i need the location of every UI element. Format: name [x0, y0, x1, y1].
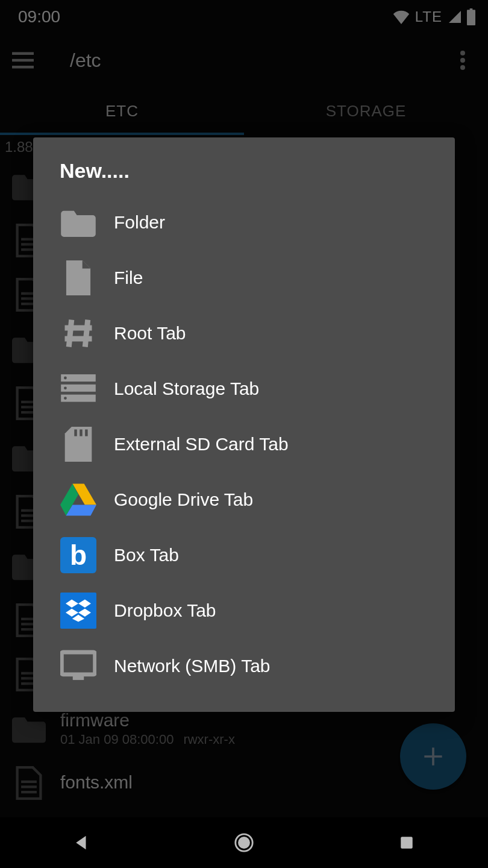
svg-rect-13	[73, 676, 84, 680]
dialog-item-label: Folder	[114, 212, 165, 233]
nav-recent-icon[interactable]	[389, 825, 425, 861]
dialog-item-label: Box Tab	[114, 545, 179, 565]
dialog-item-label: Network (SMB) Tab	[114, 656, 271, 676]
svg-point-6	[64, 377, 67, 380]
svg-point-8	[64, 397, 67, 400]
file-icon	[60, 259, 97, 297]
hash-icon	[60, 315, 97, 352]
svg-rect-9	[74, 429, 77, 436]
dialog-item-storage[interactable]: Local Storage Tab	[33, 361, 455, 417]
folder-icon	[60, 204, 97, 241]
dialog-item-gdrive[interactable]: Google Drive Tab	[33, 472, 455, 527]
dialog-item-sdcard[interactable]: External SD Card Tab	[33, 417, 455, 472]
svg-point-15	[238, 837, 250, 849]
svg-rect-11	[85, 429, 87, 436]
new-dialog: New..... FolderFileRoot TabLocal Storage…	[33, 137, 455, 712]
dialog-item-hash[interactable]: Root Tab	[33, 306, 455, 361]
svg-point-7	[64, 386, 67, 389]
dropbox-icon	[60, 592, 97, 629]
dialog-title: New.....	[33, 137, 455, 195]
box-icon: b	[60, 536, 97, 574]
dialog-item-label: Root Tab	[114, 323, 186, 344]
monitor-icon	[60, 647, 97, 685]
dialog-item-label: Local Storage Tab	[114, 379, 259, 399]
gdrive-icon	[60, 481, 97, 518]
dialog-item-label: Dropbox Tab	[114, 600, 216, 621]
svg-rect-12	[61, 652, 95, 675]
nav-back-icon[interactable]	[63, 825, 99, 861]
sdcard-icon	[60, 426, 97, 463]
nav-home-icon[interactable]	[226, 825, 262, 861]
system-nav-bar	[0, 817, 488, 868]
dialog-item-label: External SD Card Tab	[114, 434, 289, 454]
svg-rect-10	[80, 429, 82, 436]
dialog-item-folder[interactable]: Folder	[33, 195, 455, 250]
dialog-item-box[interactable]: bBox Tab	[33, 527, 455, 583]
screen: 09:00 LTE /etc ETC STORAGE 1.88	[0, 0, 488, 868]
storage-icon	[60, 370, 97, 407]
svg-rect-16	[401, 837, 413, 849]
dialog-item-monitor[interactable]: Network (SMB) Tab	[33, 638, 455, 694]
dialog-item-dropbox[interactable]: Dropbox Tab	[33, 583, 455, 638]
dialog-item-label: Google Drive Tab	[114, 489, 253, 510]
dialog-item-label: File	[114, 268, 143, 288]
dialog-item-file[interactable]: File	[33, 250, 455, 306]
